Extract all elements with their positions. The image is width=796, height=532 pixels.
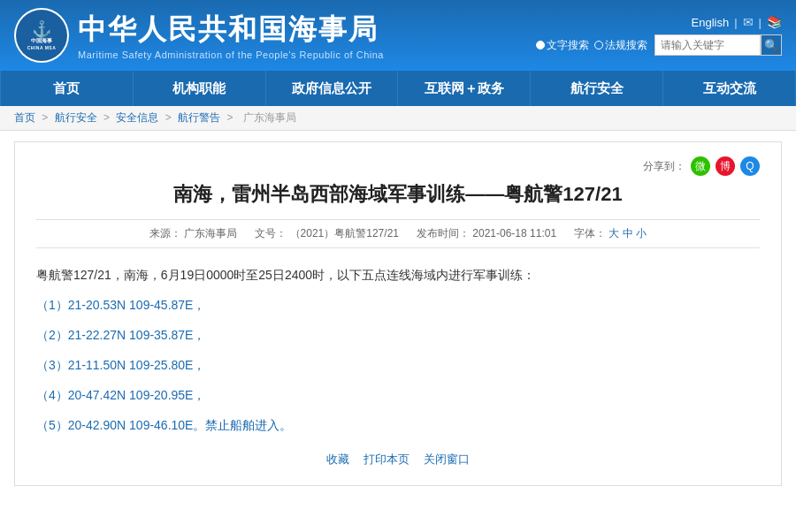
close-link[interactable]: 关闭窗口 (424, 452, 470, 467)
article-body: 粤航警127/21，南海，6月19日0000时至25日2400时，以下五点连线海… (36, 262, 760, 437)
font-mid-btn[interactable]: 中 (623, 227, 633, 239)
meta-doc: 文号： （2021）粤航警127/21 (255, 226, 399, 241)
meta-doc-value: （2021）粤航警127/21 (290, 227, 399, 239)
meta-source: 来源： 广东海事局 (149, 226, 237, 241)
search-box: 🔍 (654, 34, 782, 56)
radio-law-search[interactable]: 法规搜索 (594, 38, 647, 53)
nav-item-gov-info[interactable]: 政府信息公开 (266, 71, 399, 106)
search-button[interactable]: 🔍 (761, 34, 782, 56)
site-title: 中华人民共和国海事局 Maritime Safety Administratio… (78, 11, 384, 60)
breadcrumb-nav-warning[interactable]: 航行警告 (178, 111, 220, 124)
meta-publish-value: 2021-06-18 11:01 (472, 227, 556, 239)
mail-icon[interactable]: ✉ (743, 15, 754, 29)
search-type-group: 文字搜索 法规搜索 (536, 38, 647, 53)
radio-text-search[interactable]: 文字搜索 (536, 38, 589, 53)
anchor-icon: ⚓ (32, 21, 51, 37)
logo-area: ⚓ 中国海事 CHINA MSA 中华人民共和国海事局 Maritime Saf… (14, 8, 536, 63)
radio-text-label: 文字搜索 (547, 38, 589, 53)
logo-en-text: CHINA MSA (27, 45, 57, 50)
share-wechat-icon[interactable]: 微 (691, 156, 710, 176)
header: ⚓ 中国海事 CHINA MSA 中华人民共和国海事局 Maritime Saf… (0, 0, 796, 71)
share-bar: 分享到： 微 博 Q (36, 156, 760, 176)
content-wrapper: 分享到： 微 博 Q 南海，雷州半岛西部海域军事训练——粤航警127/21 来源… (0, 131, 796, 497)
print-link[interactable]: 打印本页 (364, 452, 409, 467)
site-title-cn: 中华人民共和国海事局 (78, 11, 384, 49)
font-large-btn[interactable]: 大 (608, 227, 619, 239)
breadcrumb-nav-safety[interactable]: 航行安全 (55, 111, 97, 124)
radio-law-label: 法规搜索 (605, 38, 647, 53)
article-title: 南海，雷州半岛西部海域军事训练——粤航警127/21 (36, 181, 760, 209)
search-input[interactable] (654, 34, 761, 56)
bookmark-icon[interactable]: 📚 (767, 15, 782, 29)
logo-cn-text: 中国海事 (31, 37, 52, 45)
nav-bar: 首页 机构职能 政府信息公开 互联网＋政务 航行安全 互动交流 (0, 71, 796, 106)
meta-font: 字体： 大 中 小 (574, 226, 647, 241)
meta-publish: 发布时间： 2021-06-18 11:01 (417, 226, 556, 241)
nav-item-internet[interactable]: 互联网＋政务 (398, 71, 531, 106)
body-coord-1: （1）21-20.53N 109-45.87E， (36, 293, 760, 317)
body-coord-3: （3）21-11.50N 109-25.80E， (36, 353, 760, 377)
nav-item-nav-safety[interactable]: 航行安全 (531, 71, 663, 106)
body-coord-5: （5）20-42.90N 109-46.10E。禁止船舶进入。 (36, 413, 760, 437)
nav-item-interact[interactable]: 互动交流 (663, 71, 796, 106)
meta-source-value: 广东海事局 (184, 227, 237, 239)
article-footer: 收藏 打印本页 关闭窗口 (36, 452, 760, 467)
body-coord-4: （4）20-47.42N 109-20.95E， (36, 383, 760, 407)
share-qzone-icon[interactable]: Q (740, 156, 760, 176)
radio-circle-filled (536, 41, 545, 49)
share-weibo-icon[interactable]: 博 (716, 156, 735, 176)
breadcrumb-current: 广东海事局 (243, 111, 296, 124)
body-coord-2: （2）21-22.27N 109-35.87E， (36, 323, 760, 347)
nav-item-home[interactable]: 首页 (0, 71, 134, 106)
share-label: 分享到： (643, 159, 685, 174)
header-top-links: English | ✉ | 📚 (692, 15, 782, 29)
breadcrumb-home[interactable]: 首页 (14, 111, 35, 124)
article-box: 分享到： 微 博 Q 南海，雷州半岛西部海域军事训练——粤航警127/21 来源… (14, 141, 782, 486)
font-small-btn[interactable]: 小 (636, 227, 647, 239)
logo-inner: ⚓ 中国海事 CHINA MSA (16, 10, 67, 61)
breadcrumb-safety-info[interactable]: 安全信息 (116, 111, 158, 124)
search-area: 文字搜索 法规搜索 🔍 (536, 34, 782, 56)
radio-circle-empty (594, 41, 603, 49)
logo-circle: ⚓ 中国海事 CHINA MSA (14, 8, 69, 63)
nav-item-org[interactable]: 机构职能 (134, 71, 266, 106)
body-intro: 粤航警127/21，南海，6月19日0000时至25日2400时，以下五点连线海… (36, 262, 760, 287)
english-link[interactable]: English (692, 16, 730, 29)
site-title-en: Maritime Safety Administration of the Pe… (78, 49, 384, 60)
article-meta: 来源： 广东海事局 文号： （2021）粤航警127/21 发布时间： 2021… (36, 219, 760, 248)
breadcrumb: 首页 > 航行安全 > 安全信息 > 航行警告 > 广东海事局 (0, 106, 796, 131)
save-link[interactable]: 收藏 (326, 452, 349, 467)
header-right: English | ✉ | 📚 文字搜索 法规搜索 🔍 (536, 15, 782, 56)
